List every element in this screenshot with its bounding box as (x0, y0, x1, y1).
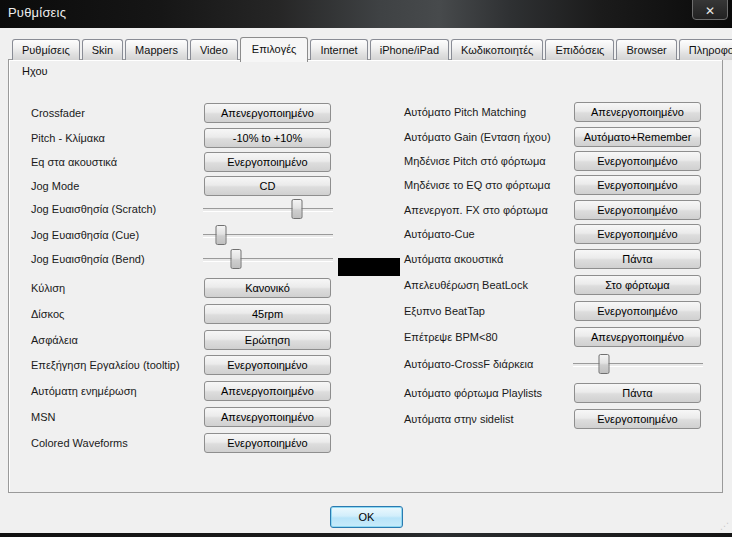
option-label: Αυτόματο-CrossF διάρκεια (404, 354, 533, 374)
tab-information[interactable]: Πληροφορίες (679, 39, 732, 60)
option-label: Απελευθέρωση BeatLock (404, 275, 528, 295)
beatlock-release-button[interactable]: Στο φόρτωμα (574, 275, 701, 295)
auto-load-playlists-button[interactable]: Πάντα (574, 383, 701, 403)
slider-thumb[interactable] (216, 225, 227, 245)
option-label: Εξυπνο BeatTap (404, 301, 485, 321)
option-label: Μηδένισε Pitch στό φόρτωμα (404, 151, 546, 171)
reset-eq-on-load-button[interactable]: Ενεργοποιημένο (574, 175, 701, 195)
dialog-body: Ρυθμίσεις Ηχου Skin Mappers Video Επιλογ… (0, 28, 732, 537)
option-label: Αυτόματο Gain (Ενταση ήχου) (404, 127, 551, 147)
option-label: Μηδένισε το EQ στο φόρτωμα (404, 175, 550, 195)
titlebar: Ρυθμίσεις ✕ (0, 0, 732, 28)
slider-thumb[interactable] (230, 249, 241, 269)
option-label: Pitch - Κλίμακα (31, 128, 105, 148)
option-label: Επεξήγηση Εργαλείου (tooltip) (31, 355, 180, 375)
option-label: Αυτόματο φόρτωμα Playlists (404, 383, 542, 403)
allow-bpm-under-80-button[interactable]: Απενεργοποιημένο (574, 327, 701, 347)
reset-pitch-on-load-button[interactable]: Ενεργοποιημένο (574, 151, 701, 171)
smart-beattap-button[interactable]: Ενεργοποιημένο (574, 301, 701, 321)
tab-codecs[interactable]: Κωδικοποιητές (451, 39, 543, 60)
option-label: Jog Ευαισθησία (Bend) (31, 249, 145, 269)
slider-track (203, 208, 333, 212)
tab-performance[interactable]: Επιδόσεις (545, 39, 614, 60)
tab-video[interactable]: Video (190, 39, 238, 60)
ok-button[interactable]: OK (330, 506, 403, 528)
auto-sidelist-button[interactable]: Ενεργοποιημένο (574, 409, 701, 429)
tab-skin[interactable]: Skin (82, 39, 123, 60)
option-label: Αυτόματο-Cue (404, 224, 475, 244)
bottom-edge (0, 533, 732, 537)
option-label: Eq στα ακουστικά (31, 152, 117, 172)
close-icon: ✕ (705, 3, 715, 19)
auto-headphones-button[interactable]: Πάντα (574, 249, 701, 269)
tab-iphone-ipad[interactable]: iPhone/iPad (370, 39, 449, 60)
option-label: Jog Mode (31, 176, 79, 196)
tab-sound-settings[interactable]: Ρυθμίσεις Ηχου (12, 39, 80, 60)
close-button[interactable]: ✕ (692, 0, 728, 20)
jog-scratch-slider[interactable] (203, 199, 333, 219)
slider-thumb[interactable] (599, 354, 610, 374)
crossfader-button[interactable]: Απενεργοποιημένο (204, 103, 331, 123)
slider-track (573, 363, 703, 367)
slider-thumb[interactable] (291, 199, 302, 219)
tab-mappers[interactable]: Mappers (125, 39, 188, 60)
settings-dialog: Ρυθμίσεις ✕ Ρυθμίσεις Ηχου Skin Mappers … (0, 0, 732, 537)
option-label: Crossfader (31, 103, 85, 123)
msn-button[interactable]: Απενεργοποιημένο (204, 407, 331, 427)
option-label: Απενεργοπ. FX στο φόρτωμα (404, 200, 548, 220)
redacted-black-box (338, 258, 400, 276)
option-label: Αυτόματα ακουστικά (404, 249, 503, 269)
pitch-matching-button[interactable]: Απενεργοποιημένο (574, 102, 701, 122)
window-title: Ρυθμίσεις (8, 5, 66, 20)
option-label: Colored Waveforms (31, 433, 128, 453)
options-tab-page: Crossfader Απενεργοποιημένο Pitch - Κλίμ… (8, 59, 723, 493)
auto-crossfade-duration-slider[interactable] (573, 354, 703, 374)
option-label: Δίσκος (31, 304, 64, 324)
jog-mode-button[interactable]: CD (204, 176, 331, 196)
resize-grip[interactable]: ⋰ (720, 521, 730, 531)
jog-bend-slider[interactable] (203, 249, 333, 269)
option-label: Ασφάλεια (31, 330, 78, 350)
tabstrip: Ρυθμίσεις Ηχου Skin Mappers Video Επιλογ… (12, 37, 732, 60)
auto-cue-button[interactable]: Ενεργοποιημένο (574, 224, 701, 244)
disc-button[interactable]: 45rpm (204, 304, 331, 324)
tooltip-button[interactable]: Ενεργοποιημένο (204, 355, 331, 375)
option-label: Αυτόματο Pitch Matching (404, 102, 526, 122)
slider-track (203, 258, 333, 262)
option-label: Κύλιση (31, 278, 65, 298)
auto-update-button[interactable]: Απενεργοποιημένο (204, 381, 331, 401)
security-button[interactable]: Ερώτηση (204, 330, 331, 350)
option-label: Αυτόματη ενημέρωση (31, 381, 137, 401)
jog-cue-slider[interactable] (203, 225, 333, 245)
option-label: Jog Ευαισθησία (Scratch) (31, 199, 156, 219)
disable-fx-on-load-button[interactable]: Ενεργοποιημένο (574, 200, 701, 220)
colored-waveforms-button[interactable]: Ενεργοποιημένο (204, 433, 331, 453)
option-label: MSN (31, 407, 55, 427)
eq-headphones-button[interactable]: Ενεργοποιημένο (204, 152, 331, 172)
option-label: Επέτρεψε BPM<80 (404, 327, 498, 347)
tab-browser[interactable]: Browser (616, 39, 676, 60)
pitch-range-button[interactable]: -10% to +10% (204, 128, 331, 148)
auto-gain-button[interactable]: Αυτόματο+Remember (574, 127, 701, 147)
tab-options[interactable]: Επιλογές (240, 37, 309, 62)
tab-internet[interactable]: Internet (310, 39, 367, 60)
option-label: Αυτόματα στην sidelist (404, 409, 514, 429)
scroll-button[interactable]: Κανονικό (204, 278, 331, 298)
option-label: Jog Ευαισθησία (Cue) (31, 225, 139, 245)
